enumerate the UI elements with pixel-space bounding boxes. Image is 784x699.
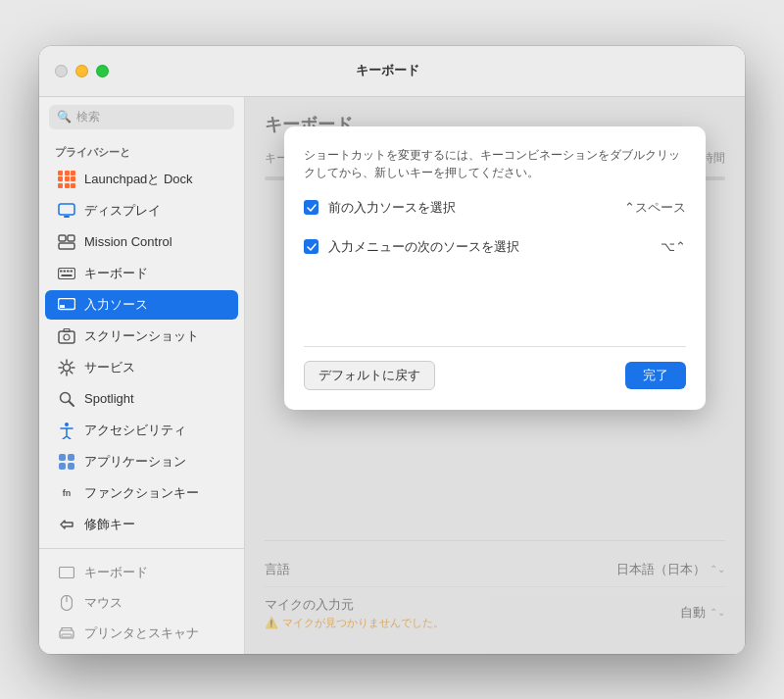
shortcut-row-prev-input: 前の入力ソースを選択 ⌃スペース [304, 195, 686, 221]
sidebar-item-spotlight[interactable]: Spotlight [45, 384, 238, 414]
shortcut-checkbox-prev[interactable] [304, 200, 318, 215]
svg-rect-4 [59, 243, 74, 249]
svg-rect-10 [62, 275, 73, 276]
shortcuts-modal: ショートカットを変更するには、キーコンビネーションをダブルクリックしてから、新し… [284, 126, 706, 410]
svg-rect-2 [59, 235, 66, 241]
services-icon [57, 358, 76, 377]
sidebar-label-keyboard-bottom: キーボード [84, 564, 148, 581]
modal-divider [304, 346, 686, 347]
sidebar-item-function-keys[interactable]: fn ファンクションキー [45, 478, 238, 508]
svg-rect-22 [59, 463, 66, 470]
sidebar-label-launchpad: Launchpadと Dock [84, 171, 193, 188]
content-area: 🔍 検索 プライバシーと Launchpadと Dock [39, 97, 745, 654]
svg-point-16 [64, 364, 71, 371]
svg-rect-20 [59, 454, 66, 461]
svg-rect-3 [68, 235, 74, 241]
function-keys-icon: fn [57, 483, 76, 503]
done-button[interactable]: 完了 [625, 362, 686, 389]
mission-control-icon [57, 232, 76, 252]
sidebar-label-printer: プリンタとスキャナ [84, 624, 199, 642]
sidebar-item-printer[interactable]: プリンタとスキャナ [45, 619, 238, 648]
sidebar-label-function-keys: ファンクションキー [84, 484, 199, 502]
sidebar-label-spotlight: Spotlight [84, 391, 134, 406]
sidebar-label-display: ディスプレイ [84, 202, 161, 220]
svg-point-19 [65, 423, 69, 426]
svg-rect-0 [59, 204, 74, 215]
search-icon: 🔍 [57, 110, 72, 124]
sidebar-label-accessibility: アクセシビリティ [84, 422, 186, 439]
keyboard-icon [57, 264, 76, 283]
sidebar-label-input-source: 入力ソース [84, 296, 148, 314]
main-window: キーボード 🔍 検索 プライバシーと Launchpadと Dock [39, 46, 745, 654]
keyboard-bottom-icon [57, 563, 76, 582]
printer-icon [57, 624, 76, 643]
svg-rect-28 [62, 634, 72, 637]
sidebar-label-mission-control: Mission Control [84, 234, 172, 249]
sidebar-bottom: キーボード マウス [39, 548, 244, 649]
svg-rect-12 [60, 305, 65, 308]
svg-rect-7 [64, 270, 67, 272]
applications-icon [57, 452, 76, 472]
shortcut-label-next: 入力メニューの次のソースを選択 [328, 238, 651, 256]
modal-overlay: ショートカットを変更するには、キーコンビネーションをダブルクリックしてから、新し… [245, 97, 745, 654]
svg-rect-24 [60, 567, 74, 577]
sidebar-item-mission-control[interactable]: Mission Control [45, 227, 238, 257]
launchpad-icon [57, 170, 76, 189]
sidebar: 🔍 検索 プライバシーと Launchpadと Dock [39, 97, 245, 654]
shortcut-key-prev: ⌃スペース [624, 199, 686, 217]
window-title: キーボード [46, 62, 729, 79]
svg-rect-6 [60, 270, 63, 272]
svg-rect-9 [71, 270, 74, 272]
shortcut-row-next-input: 入力メニューの次のソースを選択 ⌥⌃ [304, 234, 686, 260]
sidebar-item-services[interactable]: サービス [45, 353, 238, 382]
svg-rect-5 [59, 268, 75, 278]
modal-footer: デフォルトに戻す 完了 [304, 361, 686, 390]
display-icon [57, 201, 76, 221]
shortcut-checkbox-next[interactable] [304, 239, 318, 254]
sidebar-label-applications: アプリケーション [84, 453, 186, 471]
shortcut-label-prev: 前の入力ソースを選択 [328, 199, 614, 217]
mouse-icon [57, 593, 76, 613]
svg-point-15 [64, 334, 70, 340]
sidebar-item-input-source[interactable]: 入力ソース [45, 290, 238, 320]
shortcut-key-next: ⌥⌃ [661, 239, 686, 254]
default-button[interactable]: デフォルトに戻す [304, 361, 435, 390]
modifier-keys-icon [57, 515, 76, 534]
svg-rect-23 [68, 463, 74, 470]
main-panel: キーボード キーのリピート速度 リピート入力認識までの時間 ショートカットを変更… [245, 97, 745, 654]
sidebar-label-mouse: マウス [84, 594, 122, 612]
sidebar-label-modifier-keys: 修飾キー [84, 516, 135, 533]
svg-line-18 [70, 401, 74, 406]
sidebar-section-label: プライバシーと [39, 141, 244, 164]
sidebar-item-applications[interactable]: アプリケーション [45, 447, 238, 476]
sidebar-item-launchpad[interactable]: Launchpadと Dock [45, 165, 238, 194]
svg-rect-21 [68, 454, 74, 461]
sidebar-label-keyboard: キーボード [84, 265, 148, 282]
sidebar-item-keyboard-bottom[interactable]: キーボード [45, 558, 238, 587]
title-bar: キーボード [39, 46, 745, 97]
search-placeholder: 検索 [76, 109, 100, 125]
sidebar-item-mouse[interactable]: マウス [45, 588, 238, 618]
search-bar[interactable]: 🔍 検索 [49, 105, 234, 129]
sidebar-item-modifier-keys[interactable]: 修飾キー [45, 510, 238, 539]
svg-rect-14 [64, 328, 70, 331]
svg-rect-13 [59, 331, 74, 343]
svg-rect-1 [64, 216, 70, 218]
modal-description: ショートカットを変更するには、キーコンビネーションをダブルクリックしてから、新し… [304, 146, 686, 181]
spotlight-icon [57, 389, 76, 409]
sidebar-item-keyboard[interactable]: キーボード [45, 259, 238, 288]
svg-rect-8 [67, 270, 70, 272]
sidebar-item-screenshot[interactable]: スクリーンショット [45, 322, 238, 351]
sidebar-label-services: サービス [84, 359, 135, 376]
sidebar-item-accessibility[interactable]: アクセシビリティ [45, 416, 238, 445]
sidebar-label-screenshot: スクリーンショット [84, 327, 199, 345]
input-source-icon [57, 295, 76, 315]
sidebar-item-display[interactable]: ディスプレイ [45, 196, 238, 225]
accessibility-icon [57, 421, 76, 440]
screenshot-icon [57, 326, 76, 346]
